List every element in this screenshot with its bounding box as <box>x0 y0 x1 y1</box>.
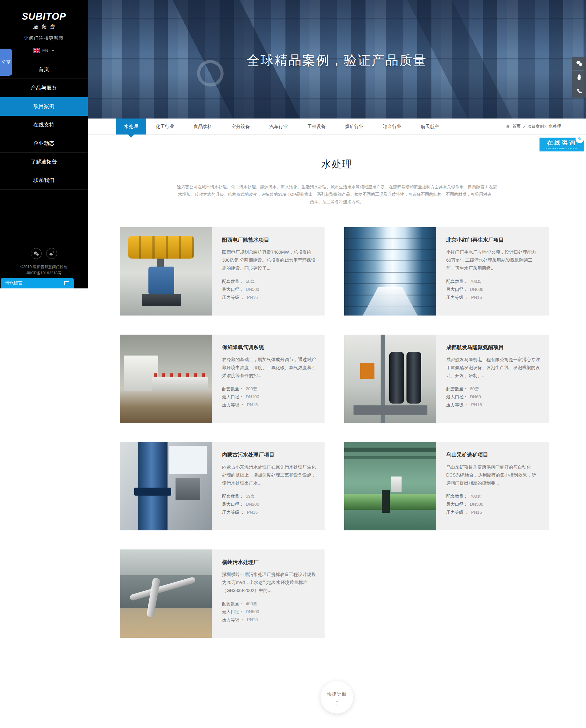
spec-label-pressure: 压力等级 ： <box>446 295 469 300</box>
tab-food-beverage[interactable]: 食品饮料 <box>184 119 222 134</box>
project-specs: 配套数量：700套 最大口径：DN500 压力等级 ：PN16 <box>446 492 540 516</box>
hero-title: 全球精品案例，验证产品质量 <box>88 52 586 69</box>
project-card-chengdu[interactable]: 成都航发马隆聚氨酯项目 成都航发马隆机电工程有限公司是一家潜心专注于聚氨酯发泡设… <box>344 335 549 423</box>
spec-label-qty: 配套数量： <box>222 386 244 391</box>
quick-nav-button[interactable]: 快捷导航 ⌄⌄ <box>321 681 353 713</box>
copyright-line2: 粤ICP备19162218号 <box>0 270 88 276</box>
tagline: 让阀门连接更智慧 <box>0 35 88 41</box>
tab-aerospace[interactable]: 航天航空 <box>411 119 449 134</box>
spec-label-qty: 配套数量： <box>446 386 468 391</box>
tab-metallurgy[interactable]: 冶金行业 <box>373 119 411 134</box>
project-title: 乌山采矿选矿项目 <box>446 451 540 458</box>
quick-nav-label: 快捷导航 <box>321 692 353 697</box>
weibo-icon <box>49 251 55 257</box>
page-intro: 速拓普公司在城市污水处理、化工污水处理、能源污水、海水淡化、生活污水处理、城市生… <box>177 183 497 206</box>
hero-banner: 全球精品案例，验证产品质量 <box>88 0 586 119</box>
share-tab-button[interactable]: 分享 <box>0 49 12 76</box>
logo[interactable]: SUBITOP 速拓普 <box>0 0 88 30</box>
sidebar-item-home[interactable]: 首页 <box>0 60 88 79</box>
project-image-neimenggu <box>120 442 212 530</box>
tab-automotive[interactable]: 汽车行业 <box>260 119 298 134</box>
leave-message-bar[interactable]: 请您留言 <box>1 278 74 288</box>
breadcrumb-current: 水处理 <box>549 124 561 129</box>
wechat-icon <box>33 251 40 257</box>
project-specs: 配套数量：700套 最大口径：DN600 压力等级 ：PN16 <box>446 277 540 301</box>
spec-label-qty: 配套数量： <box>222 279 244 284</box>
project-specs: 配套数量：50套 最大口径：DN500 压力等级 ：PN16 <box>222 277 316 301</box>
tab-coal-mining[interactable]: 煤矿行业 <box>335 119 373 134</box>
project-card-xiaohongmen[interactable]: 北京小红门再生水厂项目 小红门再生水厂占地47公顷，设计日处理能力60万m³，二… <box>344 227 549 315</box>
weibo-share-button[interactable] <box>46 248 57 259</box>
spec-label-pressure: 压力等级 ： <box>446 402 469 407</box>
floating-contact-buttons <box>572 57 586 98</box>
spec-value-qty: 50套 <box>246 279 255 284</box>
spec-value-pressure: PN16 <box>247 510 258 515</box>
project-desc: 在冷藏的基础上，增加气体成分调节，通过对贮藏环境中温度、湿度、二氧化碳、氧气浓度… <box>222 356 316 380</box>
spec-value-pressure: PN16 <box>471 402 482 407</box>
copyright-line1: ©2019 速拓普智慧阀门控制 <box>0 264 88 270</box>
project-image-chengdu <box>344 335 436 423</box>
project-card-wushan[interactable]: 乌山采矿选矿项目 乌山采矿项目为使所供阀门更好的与自动化DCS系统结合，达到应有… <box>344 442 549 530</box>
sidebar-item-company-news[interactable]: 企业动态 <box>0 134 88 153</box>
spec-value-diameter: DN600 <box>470 287 483 292</box>
spec-label-qty: 配套数量： <box>446 494 468 499</box>
phone-icon <box>576 88 583 95</box>
spec-value-qty: 80套 <box>470 386 479 391</box>
spec-value-diameter: DN200 <box>246 502 259 507</box>
spec-label-qty: 配套数量： <box>222 494 244 499</box>
sidebar-item-products-services[interactable]: 产品与服务 <box>0 79 88 97</box>
spec-label-qty: 配套数量： <box>446 279 468 284</box>
project-card-grid: 阳西电厂除盐水项目 阳西电厂规划总装机容量7480MW，总投资约300亿元,分两… <box>120 227 549 638</box>
breadcrumb-section[interactable]: 项目案例> <box>528 124 546 129</box>
qq-contact-button[interactable] <box>572 71 586 84</box>
wechat-contact-button[interactable] <box>572 57 586 70</box>
project-desc: 乌山采矿项目为使所供阀门更好的与自动化DCS系统结合，达到应有的集中控制效果，所… <box>446 463 540 487</box>
project-card-neimenggu[interactable]: 内蒙古污水处理厂项目 内蒙古小东滩污水处理厂在原先污水处理厂生化处理的基础上，增… <box>120 442 325 530</box>
project-desc: 阳西电厂规划总装机容量7480MW，总投资约300亿元,分两期建设。总投资的15… <box>222 248 316 272</box>
language-selector[interactable]: EN <box>0 48 88 53</box>
sidebar-nav: 首页 产品与服务 项目案例 在线支持 企业动态 了解速拓普 联系我们 <box>0 60 88 190</box>
project-image-hengling <box>120 549 212 638</box>
breadcrumb: 首页 > 项目案例> 水处理 <box>505 119 561 134</box>
wechat-icon <box>576 60 583 67</box>
project-desc: 小红门再生水厂占地47公顷，设计日处理能力60万m³，二级污水处理采用A²/O脱… <box>446 248 540 272</box>
project-card-body: 内蒙古污水处理厂项目 内蒙古小东滩污水处理厂在原先污水处理厂生化处理的基础上，增… <box>212 442 325 530</box>
leave-message-label: 请您留言 <box>5 280 23 286</box>
spec-value-diameter: DN500 <box>470 502 483 507</box>
category-tabs: 水处理 化工行业 食品饮料 空分设备 汽车行业 工程设备 煤矿行业 冶金行业 航… <box>116 119 449 134</box>
copyright: ©2019 速拓普智慧阀门控制 粤ICP备19162218号 <box>0 264 88 276</box>
spec-label-pressure: 压力等级 ： <box>222 295 245 300</box>
spec-value-pressure: PN16 <box>471 510 482 515</box>
project-desc: 内蒙古小东滩污水处理厂在原先污水处理厂生化处理的基础上，增加深度处理工艺和设备设… <box>222 463 316 487</box>
tab-chemical-industry[interactable]: 化工行业 <box>146 119 184 134</box>
sidebar-item-about-subitop[interactable]: 了解速拓普 <box>0 153 88 171</box>
spec-label-pressure: 压力等级 ： <box>222 617 245 622</box>
project-desc: 深圳横岭一期污水处理厂提标改造工程设计规模为20万m³/d，出水达到地表水环境质… <box>222 570 316 594</box>
logo-chinese-name: 速拓普 <box>0 24 88 30</box>
sidebar-item-contact-us[interactable]: 联系我们 <box>0 171 88 190</box>
sidebar-item-online-support[interactable]: 在线支持 <box>0 116 88 134</box>
breadcrumb-home[interactable]: 首页 <box>512 124 521 129</box>
spec-label-diameter: 最大口径： <box>446 502 468 507</box>
spec-label-diameter: 最大口径： <box>446 394 468 399</box>
online-consultation-badge[interactable]: 在线咨询 ONLINE CONSULTATION ✎ <box>539 137 584 152</box>
breadcrumb-separator: > <box>523 124 525 129</box>
spec-value-diameter: DN100 <box>246 394 259 399</box>
project-title: 内蒙古污水处理厂项目 <box>222 451 316 458</box>
tab-water-treatment[interactable]: 水处理 <box>116 119 146 134</box>
project-card-hengling[interactable]: 横岭污水处理厂 深圳横岭一期污水处理厂提标改造工程设计规模为20万m³/d，出水… <box>120 549 325 638</box>
tab-air-separation[interactable]: 空分设备 <box>222 119 260 134</box>
phone-contact-button[interactable] <box>572 84 586 98</box>
qq-icon <box>576 74 583 81</box>
spec-value-qty: 400套 <box>246 601 257 606</box>
project-card-body: 成都航发马隆聚氨酯项目 成都航发马隆机电工程有限公司是一家潜心专注于聚氨酯发泡设… <box>436 335 549 423</box>
tab-engineering-equipment[interactable]: 工程设备 <box>298 119 335 134</box>
project-card-baoxian[interactable]: 保鲜降氧气调系统 在冷藏的基础上，增加气体成分调节，通过对贮藏环境中温度、湿度、… <box>120 335 325 423</box>
wechat-share-button[interactable] <box>31 248 42 259</box>
project-card-yangxi[interactable]: 阳西电厂除盐水项目 阳西电厂规划总装机容量7480MW，总投资约300亿元,分两… <box>120 227 325 315</box>
sidebar-item-project-cases[interactable]: 项目案例 <box>0 97 88 116</box>
spec-value-pressure: PN16 <box>471 295 482 300</box>
home-icon <box>505 124 510 129</box>
spec-value-diameter: DN60 <box>470 394 481 399</box>
project-title: 成都航发马隆聚氨酯项目 <box>446 344 540 351</box>
